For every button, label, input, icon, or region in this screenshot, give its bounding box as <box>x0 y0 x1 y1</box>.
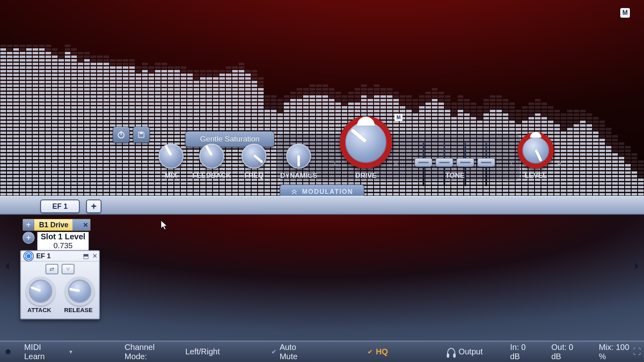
svg-rect-1167 <box>187 95 193 98</box>
svg-rect-654 <box>97 66 103 69</box>
svg-rect-2622 <box>496 99 502 101</box>
svg-rect-288 <box>39 63 45 65</box>
svg-rect-1701 <box>290 92 296 94</box>
svg-rect-1018 <box>161 110 167 112</box>
svg-rect-1377 <box>226 95 231 98</box>
svg-rect-1029 <box>161 70 167 72</box>
svg-rect-2088 <box>374 99 380 101</box>
svg-rect-1137 <box>181 74 186 76</box>
svg-rect-251 <box>33 45 38 47</box>
svg-rect-2676 <box>509 103 515 105</box>
svg-rect-35 <box>0 66 6 69</box>
svg-rect-330 <box>45 63 51 65</box>
svg-rect-1202 <box>194 95 199 98</box>
svg-rect-1587 <box>264 103 270 105</box>
svg-rect-204 <box>26 63 32 65</box>
svg-rect-1940 <box>342 99 347 101</box>
svg-rect-73 <box>7 81 12 83</box>
release-knob[interactable] <box>65 277 94 306</box>
target-icon[interactable] <box>23 251 34 261</box>
svg-rect-1308 <box>213 92 219 94</box>
tone-slider-1[interactable] <box>415 143 432 167</box>
add-module-button[interactable]: + <box>86 200 101 213</box>
svg-rect-115 <box>13 81 19 83</box>
svg-rect-950 <box>149 92 154 94</box>
module-tab-ef1[interactable]: EF 1 <box>40 200 80 213</box>
svg-rect-287 <box>39 66 45 69</box>
svg-rect-651 <box>97 77 103 80</box>
tone-slider-3[interactable] <box>456 143 474 167</box>
branch-tool-button[interactable]: ⑂ <box>62 264 74 274</box>
svg-rect-191 <box>26 110 32 112</box>
output-monitor[interactable]: Output <box>447 347 483 356</box>
link-tool-button[interactable]: ⇄ <box>45 264 58 274</box>
svg-rect-109 <box>13 103 19 105</box>
svg-rect-570 <box>84 84 90 87</box>
envelope-panel: EF 1 ⬒ ✕ ⇄ ⑂ ATTACK RELEASE <box>20 250 100 319</box>
svg-rect-74 <box>7 77 12 80</box>
auto-mute-toggle[interactable]: ✔Auto Mute <box>271 343 316 361</box>
svg-rect-1910 <box>335 103 341 105</box>
input-gain[interactable]: In: 0 dB <box>510 343 538 361</box>
svg-rect-729 <box>110 77 116 80</box>
add-slot-button[interactable]: + <box>23 232 35 244</box>
hq-toggle[interactable]: ✔HQ <box>367 347 388 356</box>
grip-icon[interactable] <box>72 219 80 230</box>
svg-rect-2648 <box>503 106 508 109</box>
level-knob[interactable]: L R LEVEL <box>518 132 554 180</box>
remove-target-button[interactable]: ✕ <box>80 219 90 230</box>
svg-rect-154 <box>20 92 25 94</box>
mix-knob[interactable]: MIX <box>159 144 184 180</box>
chain-target[interactable]: + B1 Drive ✕ <box>23 219 91 231</box>
svg-rect-124 <box>13 48 19 51</box>
save-preset-button[interactable] <box>133 127 150 143</box>
add-target-button[interactable]: + <box>23 219 34 230</box>
svg-rect-1094 <box>174 99 180 101</box>
svg-rect-691 <box>103 74 109 76</box>
svg-rect-2061 <box>367 88 373 90</box>
channel-mode-value[interactable]: Left/Right <box>185 347 220 356</box>
svg-rect-1759 <box>303 95 309 98</box>
m-badge-small[interactable]: M <box>394 114 402 121</box>
tone-slider-4[interactable] <box>477 143 495 167</box>
svg-rect-652 <box>97 74 103 76</box>
scroll-left[interactable] <box>2 258 12 274</box>
svg-rect-563 <box>84 110 90 112</box>
svg-rect-732 <box>110 66 116 69</box>
svg-rect-2031 <box>361 84 367 87</box>
dynamics-knob[interactable]: DYNAMICS <box>280 144 317 180</box>
svg-rect-991 <box>155 74 161 76</box>
svg-rect-1273 <box>206 92 212 94</box>
svg-rect-724 <box>110 95 116 98</box>
svg-rect-117 <box>13 74 19 76</box>
expand-icon[interactable]: ⛶ <box>633 348 642 356</box>
svg-rect-2674 <box>509 110 515 112</box>
power-button[interactable] <box>113 127 130 143</box>
svg-rect-916 <box>142 81 148 83</box>
svg-rect-2377 <box>438 103 444 105</box>
pin-button[interactable]: ⬒ <box>81 252 90 261</box>
svg-rect-1133 <box>181 88 186 90</box>
close-envelope-button[interactable]: ✕ <box>90 252 99 261</box>
m-badge[interactable]: M <box>620 8 630 18</box>
svg-rect-494 <box>71 66 77 69</box>
drive-knob[interactable]: M L R DRIVE <box>340 116 392 180</box>
freq-knob[interactable]: FREQ <box>242 144 266 180</box>
svg-rect-1206 <box>194 81 199 83</box>
midi-learn-dropdown[interactable]: MIDI Learn ▼ <box>24 343 73 361</box>
svg-rect-37 <box>0 59 6 62</box>
svg-rect-34 <box>0 70 6 72</box>
svg-rect-326 <box>45 77 51 80</box>
output-gain[interactable]: Out: 0 dB <box>551 343 585 361</box>
svg-rect-1557 <box>258 92 264 94</box>
svg-rect-402 <box>58 103 64 105</box>
svg-rect-1312 <box>213 77 219 80</box>
svg-rect-2565 <box>483 106 489 109</box>
feedback-knob[interactable]: FEEDBACK <box>192 144 231 180</box>
svg-rect-1939 <box>342 103 347 105</box>
attack-knob[interactable] <box>26 277 55 306</box>
scroll-right[interactable] <box>632 258 642 274</box>
svg-rect-908 <box>142 110 148 112</box>
tone-slider-2[interactable] <box>436 143 453 167</box>
svg-rect-118 <box>13 70 19 72</box>
